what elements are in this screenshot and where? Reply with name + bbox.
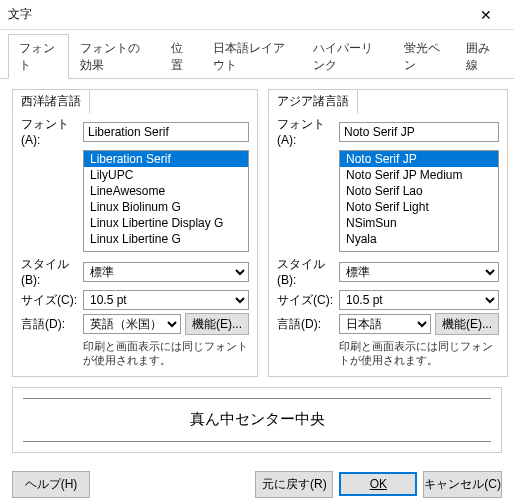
west-font-label: フォント(A): xyxy=(21,116,79,147)
west-font-list[interactable]: Liberation Serif LilyUPC LineAwesome Lin… xyxy=(83,150,249,252)
list-item[interactable]: Noto Serif JP Medium xyxy=(340,167,498,183)
west-size-label: サイズ(C): xyxy=(21,292,79,309)
tab-japanese-layout[interactable]: 日本語レイアウト xyxy=(202,34,303,78)
west-lang-label: 言語(D): xyxy=(21,316,79,333)
western-group: 西洋諸言語 フォント(A): Liberation Serif LilyUPC … xyxy=(12,89,258,377)
tab-content: 西洋諸言語 フォント(A): Liberation Serif LilyUPC … xyxy=(0,79,514,463)
tab-border[interactable]: 囲み線 xyxy=(455,34,506,78)
list-item[interactable]: Linux Libertine Display G xyxy=(84,215,248,231)
close-icon[interactable]: ✕ xyxy=(466,7,506,23)
west-style-select[interactable]: 標準 xyxy=(83,262,249,282)
tab-bar: フォント フォントの効果 位置 日本語レイアウト ハイパーリンク 蛍光ペン 囲み… xyxy=(0,30,514,79)
preview-text: 真ん中センター中央 xyxy=(23,398,491,442)
east-font-list[interactable]: Noto Serif JP Noto Serif JP Medium Noto … xyxy=(339,150,499,252)
list-item[interactable]: LineAwesome xyxy=(84,183,248,199)
western-group-title: 西洋諸言語 xyxy=(12,89,90,114)
west-note: 印刷と画面表示には同じフォントが使用されます。 xyxy=(83,339,249,368)
east-style-label: スタイル(B): xyxy=(277,256,335,287)
east-lang-select[interactable]: 日本語 xyxy=(339,314,431,334)
east-size-label: サイズ(C): xyxy=(277,292,335,309)
tab-font-effects[interactable]: フォントの効果 xyxy=(69,34,160,78)
titlebar: 文字 ✕ xyxy=(0,0,514,30)
tab-font[interactable]: フォント xyxy=(8,34,69,79)
dialog-footer: ヘルプ(H) 元に戻す(R) OK キャンセル(C) xyxy=(0,463,514,500)
west-lang-select[interactable]: 英語（米国） xyxy=(83,314,181,334)
west-style-label: スタイル(B): xyxy=(21,256,79,287)
help-button[interactable]: ヘルプ(H) xyxy=(12,471,90,498)
list-item[interactable]: Noto Serif Lao xyxy=(340,183,498,199)
list-item[interactable]: Linux Biolinum G xyxy=(84,199,248,215)
list-item[interactable]: Liberation Serif xyxy=(84,151,248,167)
west-font-input[interactable] xyxy=(83,122,249,142)
cancel-button[interactable]: キャンセル(C) xyxy=(423,471,502,498)
east-size-select[interactable]: 10.5 pt xyxy=(339,290,499,310)
list-item[interactable]: Noto Serif JP xyxy=(340,151,498,167)
list-item[interactable]: LilyUPC xyxy=(84,167,248,183)
asian-group-title: アジア諸言語 xyxy=(268,89,358,114)
east-note: 印刷と画面表示には同じフォントが使用されます。 xyxy=(339,339,499,368)
preview-container: 真ん中センター中央 xyxy=(12,387,502,453)
list-item[interactable]: Linux Libertine G xyxy=(84,231,248,247)
west-size-select[interactable]: 10.5 pt xyxy=(83,290,249,310)
list-item[interactable]: Nyala xyxy=(340,231,498,247)
tab-hyperlink[interactable]: ハイパーリンク xyxy=(302,34,393,78)
asian-group: アジア諸言語 フォント(A): Noto Serif JP Noto Serif… xyxy=(268,89,508,377)
tab-highlighter[interactable]: 蛍光ペン xyxy=(393,34,454,78)
tab-position[interactable]: 位置 xyxy=(160,34,202,78)
reset-button[interactable]: 元に戻す(R) xyxy=(255,471,333,498)
ok-button[interactable]: OK xyxy=(339,472,417,496)
east-feature-button[interactable]: 機能(E)... xyxy=(435,313,499,335)
east-font-input[interactable] xyxy=(339,122,499,142)
east-style-select[interactable]: 標準 xyxy=(339,262,499,282)
east-lang-label: 言語(D): xyxy=(277,316,335,333)
window-title: 文字 xyxy=(8,6,466,23)
east-font-label: フォント(A): xyxy=(277,116,335,147)
list-item[interactable]: NSimSun xyxy=(340,215,498,231)
west-feature-button[interactable]: 機能(E)... xyxy=(185,313,249,335)
list-item[interactable]: Noto Serif Light xyxy=(340,199,498,215)
